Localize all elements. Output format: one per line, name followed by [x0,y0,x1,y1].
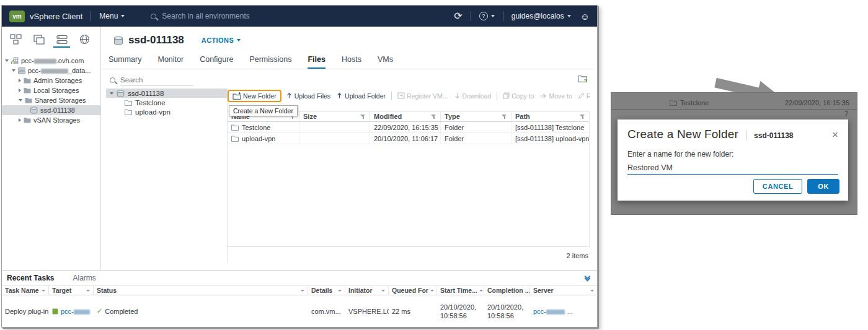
file-row-testclone[interactable]: Testclone 22/09/2020, 16:15:35 Folder [s… [228,122,589,133]
tree-label: Admin Storages [33,77,82,84]
filter-funnel-icon[interactable] [360,114,366,119]
dialog-actions: CANCEL OK [753,179,839,194]
tabs-divider [101,69,593,69]
upload-files-label: Upload Files [294,92,330,100]
refresh-icon[interactable]: ⟳ [454,11,462,21]
dimmed-file-row-partial: 7 [611,110,857,119]
chevron-down-icon [491,15,495,17]
user-menu[interactable]: guides@localos [512,12,571,20]
close-icon[interactable]: × [832,129,838,140]
expand-toggle-icon[interactable] [12,69,16,72]
files-table: Name Size Modified Type Path Testclone 2… [228,111,590,247]
task-name: Deploy plug-in [2,308,49,315]
tab-hosts[interactable]: Hosts [342,55,361,69]
column-menu-icon[interactable] [590,290,594,292]
tab-summary[interactable]: Summary [108,55,141,69]
column-queued-for: Queued For [392,287,428,294]
dimmed-file-row: Testclone 22/09/2020, 16:15:35 [611,97,857,110]
file-row-upload-vpn[interactable]: upload-vpn 20/10/2020, 11:06:17 Folder [… [228,133,589,144]
search-icon [151,14,156,19]
tree-item-ssd-011138[interactable]: ssd-011138 [2,105,100,115]
feedback-smiley-icon[interactable]: ☺ [580,12,590,21]
datastore-icon [117,90,125,97]
actions-label: ACTIONS [202,37,234,44]
tab-alarms[interactable]: Alarms [73,274,95,282]
actions-button[interactable]: ACTIONS [202,37,241,44]
column-menu-icon[interactable] [479,290,483,292]
task-row[interactable]: Deploy plug-in pcc- ✓ Completed com.vm..… [2,295,597,327]
nav-vms-templates[interactable] [27,31,50,48]
tree-label: ssd-011138 [40,106,75,114]
file-name: upload-vpn [242,135,275,142]
main-content: ssd-011138 ACTIONS Summary Monitor Confi… [101,27,597,270]
help-menu[interactable]: ? [479,12,495,20]
dialog-title-divider [746,130,746,141]
file-modified: 20/10/2020, 11:06:17 [370,133,441,144]
tab-recent-tasks[interactable]: Recent Tasks [7,274,54,282]
tree-item-vsan-storages[interactable]: vSAN Storages [2,115,100,125]
tree-item-local-storages[interactable]: Local Storages [2,85,100,95]
upload-folder-button[interactable]: Upload Folder [335,92,387,100]
task-server-ellipsis: ... [567,308,573,315]
upload-icon [336,92,343,99]
filter-funnel-icon[interactable] [580,114,585,119]
file-path: [ssd-011138] upload-vpn [512,133,589,144]
column-menu-icon[interactable] [381,290,385,292]
column-path-label: Path [515,113,530,120]
tab-configure[interactable]: Configure [200,55,233,69]
global-search-input[interactable]: Search in all environments [151,12,249,20]
task-target-link[interactable]: pcc- [61,308,90,315]
tab-permissions[interactable]: Permissions [249,55,291,69]
folder-name-input[interactable] [627,161,838,175]
column-menu-icon[interactable] [42,290,45,292]
new-folder-label: New Folder [243,92,277,100]
tree-item-admin-storages[interactable]: Admin Storages [2,76,100,85]
new-folder-button[interactable]: New Folder [231,92,278,100]
expand-toggle-icon[interactable] [19,89,21,92]
task-details: com.vm... [308,308,345,315]
filter-funnel-icon[interactable] [431,114,436,119]
tree-item-datastore-cluster[interactable]: pcc-_data... [2,66,100,76]
browse-datastore-icon[interactable] [578,75,587,82]
chevron-down-icon [567,15,571,17]
vmware-logo-text: vm [12,13,21,20]
expand-toggle-icon[interactable] [19,99,22,102]
column-menu-icon[interactable] [430,290,434,292]
cancel-button[interactable]: CANCEL [753,179,802,194]
column-server: Server [533,287,554,294]
ok-button[interactable]: OK [807,179,839,194]
tree-item-shared-storages[interactable]: Shared Storages [2,95,100,105]
column-menu-icon[interactable] [301,290,304,292]
tab-monitor[interactable]: Monitor [157,55,184,69]
tab-vms[interactable]: VMs [378,55,393,69]
collapse-panel-icon[interactable] [585,276,590,280]
file-tree-label: ssd-011138 [128,90,164,97]
top-bar: vm vSphere Client Menu Search in all env… [2,6,597,27]
toolbar-divider [391,92,392,100]
file-modified: 22/09/2020, 16:15:35 [370,122,441,132]
task-start-time: 20/10/2020,10:58:56 [437,303,484,320]
folder-icon [231,136,239,142]
expand-toggle-icon[interactable] [19,118,21,122]
tab-files[interactable]: Files [308,55,326,69]
expand-toggle-icon[interactable] [5,59,9,62]
nav-hosts-clusters[interactable] [4,31,27,48]
file-tree-folder-testclone[interactable]: Testclone [106,98,227,107]
file-tree-root[interactable]: ssd-011138 [106,89,227,98]
menu-button[interactable]: Menu [99,12,125,20]
nav-networking[interactable] [73,31,96,48]
filter-funnel-icon[interactable] [502,114,507,119]
file-tree-label: upload-vpn [135,108,170,116]
object-header: ssd-011138 ACTIONS [113,34,241,46]
column-menu-icon[interactable] [86,290,90,292]
upload-files-button[interactable]: Upload Files [285,92,332,100]
column-menu-icon[interactable] [338,290,342,292]
nav-storage[interactable] [50,31,73,48]
file-tree-folder-upload-vpn[interactable]: upload-vpn [106,107,227,116]
tree-item-vcenter[interactable]: pcc-.ovh.com [2,56,100,66]
files-search-input[interactable] [120,75,193,85]
expand-toggle-icon[interactable] [19,79,21,82]
task-server-link[interactable]: pcc- [533,308,565,315]
expand-toggle-icon[interactable] [110,92,113,95]
divider [471,11,471,21]
